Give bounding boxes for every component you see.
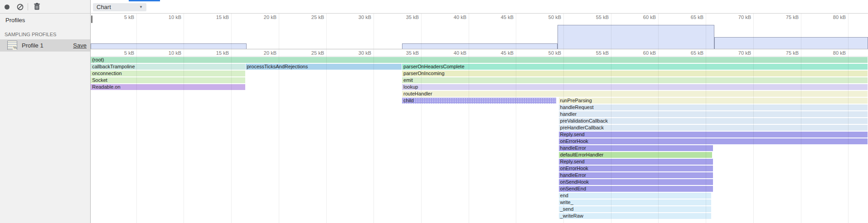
- flame-frame[interactable]: child: [402, 98, 556, 104]
- flame-frame[interactable]: handler: [559, 111, 868, 117]
- overview-tick-label: 15 kB: [195, 14, 229, 20]
- save-profile-link[interactable]: Save: [73, 42, 87, 49]
- gridline: [658, 14, 659, 49]
- delete-profile-icon[interactable]: [34, 3, 40, 10]
- flame-frame[interactable]: routeHandler: [402, 91, 868, 97]
- flame-tick-label: 10 kB: [147, 50, 181, 56]
- flame-frame[interactable]: parserOnHeadersComplete: [402, 64, 868, 70]
- view-mode-select[interactable]: Chart ▼: [93, 3, 146, 11]
- flame-tick-label: 25 kB: [290, 50, 324, 56]
- flame-frame[interactable]: end: [559, 193, 711, 199]
- gridline: [848, 49, 849, 223]
- gridline: [706, 14, 706, 49]
- flame-frame[interactable]: onErrorHook: [559, 138, 868, 144]
- gridline: [611, 14, 611, 49]
- flame-frame[interactable]: onSendEnd: [559, 186, 713, 192]
- flame-tick-label: 65 kB: [669, 50, 703, 56]
- flame-frame[interactable]: emit: [402, 77, 868, 83]
- flame-tick-label: 55 kB: [575, 50, 609, 56]
- flame-tick-label: 5 kB: [100, 50, 134, 56]
- overview-tick-label: 70 kB: [717, 14, 751, 20]
- flame-frame[interactable]: onconnection: [91, 71, 245, 76]
- gridline: [326, 49, 327, 223]
- flame-frame[interactable]: (root): [91, 57, 868, 63]
- overview-tick-label: 10 kB: [147, 14, 181, 20]
- flame-frame[interactable]: Reply.send: [559, 159, 713, 165]
- flame-frame[interactable]: defaultErrorHandler: [559, 152, 712, 158]
- flame-frame[interactable]: _writeRaw: [559, 213, 711, 219]
- sidebar-item-profile-1[interactable]: % Profile 1 Save: [0, 39, 90, 52]
- overview-allocation-step: [91, 43, 246, 49]
- flame-frame[interactable]: _send: [559, 206, 711, 212]
- flame-frame[interactable]: handleError: [559, 145, 713, 151]
- gridline: [563, 14, 564, 49]
- gridline: [326, 14, 327, 49]
- flame-frame[interactable]: onErrorHook: [559, 166, 713, 171]
- overview-scrollbar-thumb[interactable]: [91, 15, 92, 23]
- flame-tick-label: 70 kB: [717, 50, 751, 56]
- overview-pane[interactable]: 5 kB10 kB15 kB20 kB25 kB30 kB35 kB40 kB4…: [91, 14, 868, 49]
- overview-tick-label: 75 kB: [765, 14, 799, 20]
- active-tab-indicator: [129, 0, 160, 1]
- gridline: [516, 14, 516, 49]
- overview-tick-label: 65 kB: [669, 14, 703, 20]
- flame-frame[interactable]: runPreParsing: [559, 98, 868, 104]
- flame-tick-label: 80 kB: [812, 50, 846, 56]
- flame-frame[interactable]: processTicksAndRejections: [246, 64, 402, 70]
- flame-tick-label: 45 kB: [480, 50, 514, 56]
- overview-allocation-step: [714, 37, 868, 49]
- gridline: [611, 49, 611, 223]
- gridline: [279, 14, 279, 49]
- sampling-profiles-section-title: SAMPLING PROFILES: [5, 32, 56, 37]
- flame-tick-label: 30 kB: [337, 50, 371, 56]
- gridline: [184, 49, 184, 223]
- chevron-down-icon: ▼: [139, 3, 143, 11]
- gridline: [658, 49, 659, 223]
- overview-tick-label: 25 kB: [290, 14, 324, 20]
- flame-frame[interactable]: Socket: [91, 77, 245, 83]
- gridline: [801, 49, 801, 223]
- record-icon[interactable]: [5, 5, 10, 9]
- flame-frame[interactable]: write_: [559, 199, 711, 205]
- gridline: [516, 49, 516, 223]
- gridline: [231, 49, 232, 223]
- overview-allocation-step: [558, 25, 714, 49]
- flame-frame[interactable]: callbackTrampoline: [91, 64, 245, 70]
- flame-tick-label: 40 kB: [432, 50, 466, 56]
- percent-glyph: %: [13, 46, 17, 50]
- profiles-sidebar: Profiles SAMPLING PROFILES % Profile 1 S…: [0, 14, 91, 223]
- overview-tick-label: 40 kB: [432, 14, 466, 20]
- gridline: [469, 14, 469, 49]
- flame-frame[interactable]: Reply.send: [559, 132, 868, 138]
- profile-name: Profile 1: [22, 42, 44, 49]
- profiles-title: Profiles: [5, 17, 25, 24]
- flame-frame[interactable]: handleRequest: [559, 104, 868, 110]
- flame-tick-label: 75 kB: [765, 50, 799, 56]
- gridline: [231, 14, 232, 49]
- memory-profiler-panel: Chart ▼ Profiles SAMPLING PROFILES % Pro…: [0, 0, 868, 223]
- gridline: [563, 49, 564, 223]
- gridline: [184, 14, 184, 49]
- toolbar: Chart ▼: [0, 0, 868, 14]
- gridline: [753, 49, 754, 223]
- gridline: [706, 49, 706, 223]
- gridline: [421, 49, 422, 223]
- gridline: [279, 49, 279, 223]
- overview-tick-label: 30 kB: [337, 14, 371, 20]
- overview-allocation-step: [402, 43, 558, 49]
- flame-frame[interactable]: preValidationCallback: [559, 118, 868, 124]
- gridline: [801, 14, 801, 49]
- flame-tick-label: 20 kB: [242, 50, 276, 56]
- flame-tick-label: 15 kB: [195, 50, 229, 56]
- flame-frame[interactable]: handleError: [559, 172, 713, 178]
- flame-ruler-line: [91, 56, 868, 57]
- flame-frame[interactable]: parserOnIncoming: [402, 71, 868, 76]
- flame-frame[interactable]: lookup: [402, 84, 868, 90]
- overview-tick-label: 60 kB: [622, 14, 656, 20]
- flame-frame[interactable]: onSendHook: [559, 179, 713, 185]
- flame-frame[interactable]: Readable.on: [91, 84, 245, 90]
- flame-frame[interactable]: preHandlerCallback: [559, 125, 868, 131]
- clear-all-icon[interactable]: [17, 4, 24, 10]
- gridline: [373, 14, 374, 49]
- flame-chart[interactable]: 5 kB10 kB15 kB20 kB25 kB30 kB35 kB40 kB4…: [91, 49, 868, 223]
